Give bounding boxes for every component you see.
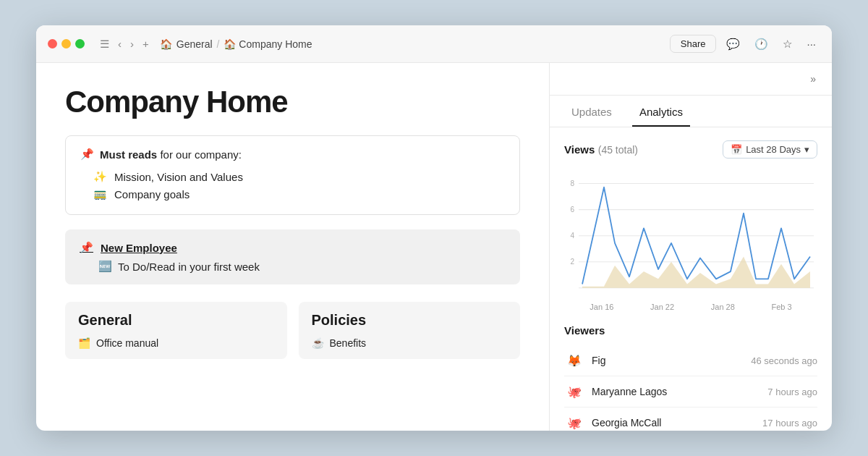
tab-updates[interactable]: Updates — [564, 96, 619, 127]
titlebar: ☰ ‹ › + 🏠 General / 🏠 Company Home Share… — [36, 25, 832, 63]
must-reads-item-1[interactable]: Mission, Vision and Values — [114, 171, 243, 183]
chart-label-jan28: Jan 28 — [711, 303, 735, 311]
avatar: 🐙 — [564, 413, 584, 431]
share-button[interactable]: Share — [670, 35, 717, 53]
viewers-title: Viewers — [564, 324, 817, 337]
breadcrumb-page[interactable]: 🏠 Company Home — [224, 38, 312, 50]
right-panel: » Updates Analytics Views (45 total) 📅 L — [550, 63, 832, 431]
must-reads-header: 📌 Must reads for our company: — [80, 148, 505, 161]
policies-section-title: Policies — [312, 312, 508, 329]
must-reads-rest: for our company: — [160, 148, 242, 161]
policies-section: Policies ☕ Benefits — [299, 302, 521, 359]
new-employee-item: 🆕 To Do/Read in your first week — [80, 260, 506, 273]
tabs-row: Updates Analytics — [550, 96, 832, 127]
viewers-section: Viewers 🦊 Fig 46 seconds ago 🐙 Maryanne … — [564, 324, 817, 431]
viewer-time: 46 seconds ago — [751, 355, 817, 366]
analytics-chart: 8 6 4 2 — [564, 169, 817, 295]
list-item: 🗂️ Office manual — [78, 337, 274, 349]
close-button[interactable] — [48, 39, 57, 48]
views-header: Views (45 total) 📅 Last 28 Days ▾ — [564, 140, 817, 159]
breadcrumb: 🏠 General / 🏠 Company Home — [160, 38, 663, 50]
minimize-button[interactable] — [61, 39, 71, 48]
date-filter-label: Last 28 Days — [746, 144, 801, 155]
chart-label-feb3: Feb 3 — [772, 303, 792, 311]
breadcrumb-separator: / — [217, 38, 220, 50]
viewer-name: Fig — [592, 355, 751, 366]
viewer-time: 17 hours ago — [762, 418, 817, 428]
tab-analytics[interactable]: Analytics — [632, 96, 690, 127]
views-count: (45 total) — [598, 144, 638, 156]
viewer-row: 🦊 Fig 46 seconds ago — [564, 345, 817, 376]
date-filter-button[interactable]: 📅 Last 28 Days ▾ — [723, 140, 817, 159]
general-item-1[interactable]: Office manual — [96, 337, 158, 349]
traffic-lights — [48, 39, 85, 48]
must-reads-bold: Must reads — [100, 148, 157, 161]
folder-icon: 🗂️ — [78, 337, 90, 349]
general-section: General 🗂️ Office manual — [65, 302, 287, 359]
policies-item-1[interactable]: Benefits — [330, 337, 367, 349]
list-item: 🚃 Company goals — [80, 185, 505, 203]
svg-text:4: 4 — [570, 232, 574, 240]
svg-marker-9 — [582, 256, 810, 287]
breadcrumb-home-icon: 🏠 — [160, 38, 172, 50]
must-reads-label: Must reads for our company: — [100, 148, 242, 161]
viewer-time: 7 hours ago — [767, 387, 817, 397]
svg-text:2: 2 — [570, 258, 574, 266]
must-reads-item-2[interactable]: Company goals — [114, 188, 190, 200]
new-employee-subtext[interactable]: To Do/Read in your first week — [118, 261, 260, 273]
new-employee-title[interactable]: 📌 New Employee — [80, 241, 506, 254]
calendar-icon: 📅 — [731, 144, 742, 155]
nav-controls: ☰ ‹ › + — [96, 35, 153, 54]
views-title: Views — [564, 143, 595, 156]
maximize-button[interactable] — [75, 39, 85, 48]
coffee-icon: ☕ — [312, 337, 324, 349]
expand-panel-button[interactable]: » — [806, 70, 820, 88]
comment-icon[interactable]: 💬 — [722, 35, 744, 54]
app-window: ☰ ‹ › + 🏠 General / 🏠 Company Home Share… — [36, 25, 832, 431]
chart-label-jan22: Jan 22 — [650, 303, 674, 311]
more-options-icon[interactable]: ··· — [802, 35, 820, 53]
chart-x-labels: Jan 16 Jan 22 Jan 28 Feb 3 — [564, 303, 817, 311]
new-employee-box: 📌 New Employee 🆕 To Do/Read in your firs… — [65, 229, 520, 284]
new-badge-icon: 🆕 — [98, 260, 112, 273]
must-reads-box: 📌 Must reads for our company: ✨ Mission,… — [65, 135, 520, 215]
chart-svg: 8 6 4 2 — [564, 169, 817, 295]
hamburger-icon[interactable]: ☰ — [96, 35, 113, 54]
avatar: 🐙 — [564, 381, 584, 402]
breadcrumb-section[interactable]: General — [176, 38, 213, 50]
analytics-body: Views (45 total) 📅 Last 28 Days ▾ — [550, 127, 832, 431]
avatar: 🦊 — [564, 350, 584, 371]
train-icon: 🚃 — [93, 187, 107, 200]
chevron-down-icon: ▾ — [804, 144, 809, 155]
svg-text:8: 8 — [570, 180, 574, 187]
history-icon[interactable]: 🕐 — [750, 35, 773, 54]
viewer-name: Maryanne Lagos — [592, 386, 767, 397]
page-title: Company Home — [65, 85, 520, 119]
sections-grid: General 🗂️ Office manual Policies ☕ Bene… — [65, 302, 520, 359]
titlebar-actions: Share 💬 🕐 ☆ ··· — [670, 35, 820, 54]
sparkles-icon: ✨ — [93, 170, 107, 183]
star-icon[interactable]: ☆ — [778, 35, 796, 54]
viewer-row: 🐙 Georgia McCall 17 hours ago — [564, 408, 817, 431]
new-employee-icon: 📌 — [80, 241, 93, 254]
forward-button[interactable]: › — [127, 35, 137, 53]
left-panel: Company Home 📌 Must reads for our compan… — [36, 63, 550, 431]
main-content: Company Home 📌 Must reads for our compan… — [36, 63, 832, 431]
add-button[interactable]: + — [139, 35, 153, 53]
new-employee-label: New Employee — [101, 242, 177, 254]
list-item: ☕ Benefits — [312, 337, 508, 349]
chart-label-jan16: Jan 16 — [590, 303, 613, 311]
svg-text:6: 6 — [570, 206, 574, 214]
general-section-title: General — [78, 312, 274, 329]
list-item: ✨ Mission, Vision and Values — [80, 168, 505, 185]
right-panel-header: » — [550, 63, 832, 96]
back-button[interactable]: ‹ — [114, 35, 125, 53]
views-label-group: Views (45 total) — [564, 143, 638, 156]
viewer-name: Georgia McCall — [592, 417, 762, 428]
viewer-row: 🐙 Maryanne Lagos 7 hours ago — [564, 376, 817, 408]
pin-icon: 📌 — [80, 148, 94, 161]
